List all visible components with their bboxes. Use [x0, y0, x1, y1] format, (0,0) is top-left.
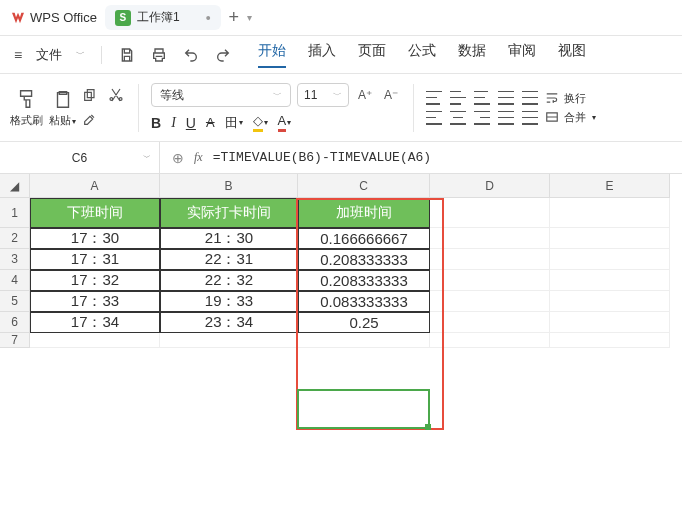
formula-bar: C6 ﹀ ⊕ fx =TIMEVALUE(B6)-TIMEVALUE(A6)	[0, 142, 682, 174]
cell[interactable]	[430, 270, 550, 291]
cell[interactable]: 0.208333333	[298, 270, 430, 291]
print-icon[interactable]	[150, 46, 168, 64]
decrease-font-button[interactable]: A⁻	[381, 85, 401, 105]
col-header-a[interactable]: A	[30, 174, 160, 198]
underline-button[interactable]: U	[186, 115, 196, 131]
cell[interactable]: 17：31	[30, 249, 160, 270]
cut-icon[interactable]	[108, 87, 126, 105]
merge-icon	[544, 110, 560, 124]
redo-icon[interactable]	[214, 46, 232, 64]
paste-button[interactable]: 粘贴▾	[49, 87, 76, 128]
italic-button[interactable]: I	[171, 115, 176, 131]
border-button[interactable]: 田▾	[225, 114, 243, 132]
cell[interactable]	[430, 228, 550, 249]
cell[interactable]	[550, 270, 670, 291]
font-color-button[interactable]: A▾	[278, 113, 292, 132]
hamburger-icon[interactable]: ≡	[14, 47, 22, 63]
col-header-c[interactable]: C	[298, 174, 430, 198]
col-header-e[interactable]: E	[550, 174, 670, 198]
font-size-select[interactable]: 11 ﹀	[297, 83, 349, 107]
row-header[interactable]: 3	[0, 249, 30, 270]
copy-icon[interactable]	[82, 87, 100, 105]
tab-data[interactable]: 数据	[458, 42, 486, 68]
table-header[interactable]: 实际打卡时间	[160, 198, 298, 228]
cell[interactable]: 17：30	[30, 228, 160, 249]
align-top-icon[interactable]	[426, 91, 442, 105]
table-header[interactable]: 下班时间	[30, 198, 160, 228]
align-bottom-icon[interactable]	[474, 91, 490, 105]
tab-view[interactable]: 视图	[558, 42, 586, 68]
cell[interactable]: 17：33	[30, 291, 160, 312]
cell[interactable]	[298, 333, 430, 348]
cell[interactable]	[430, 312, 550, 333]
cell[interactable]: 0.208333333	[298, 249, 430, 270]
fx-icon[interactable]: fx	[194, 150, 203, 165]
cell[interactable]	[550, 291, 670, 312]
align-center-icon[interactable]	[450, 111, 466, 125]
align-right-icon[interactable]	[474, 111, 490, 125]
cell[interactable]: 0.166666667	[298, 228, 430, 249]
cell[interactable]	[430, 198, 550, 228]
wrap-text-button[interactable]: 换行	[544, 91, 596, 106]
cell[interactable]	[550, 333, 670, 348]
align-justify-icon[interactable]	[498, 111, 514, 125]
increase-font-button[interactable]: A⁺	[355, 85, 375, 105]
row-header[interactable]: 2	[0, 228, 30, 249]
cell[interactable]	[160, 333, 298, 348]
document-tab[interactable]: S 工作簿1 •	[105, 5, 221, 30]
file-caret-icon[interactable]: ﹀	[76, 48, 85, 61]
cell[interactable]: 17：34	[30, 312, 160, 333]
row-header[interactable]: 5	[0, 291, 30, 312]
font-name-select[interactable]: 等线 ﹀	[151, 83, 291, 107]
name-box[interactable]: C6 ﹀	[0, 142, 160, 173]
cell[interactable]	[550, 312, 670, 333]
cell[interactable]	[430, 333, 550, 348]
tab-start[interactable]: 开始	[258, 42, 286, 68]
cell[interactable]	[30, 333, 160, 348]
col-header-d[interactable]: D	[430, 174, 550, 198]
cell[interactable]: 17：32	[30, 270, 160, 291]
cell[interactable]	[550, 228, 670, 249]
row-header[interactable]: 4	[0, 270, 30, 291]
menu-tabs: 开始 插入 页面 公式 数据 审阅 视图	[258, 42, 586, 68]
align-left-icon[interactable]	[426, 111, 442, 125]
tab-review[interactable]: 审阅	[508, 42, 536, 68]
cell[interactable]: 23：34	[160, 312, 298, 333]
col-header-b[interactable]: B	[160, 174, 298, 198]
cell[interactable]: 22：32	[160, 270, 298, 291]
tab-menu-caret[interactable]: ▾	[247, 12, 252, 23]
tab-insert[interactable]: 插入	[308, 42, 336, 68]
indent-inc-icon[interactable]	[522, 91, 538, 105]
tab-page[interactable]: 页面	[358, 42, 386, 68]
save-icon[interactable]	[118, 46, 136, 64]
align-middle-icon[interactable]	[450, 91, 466, 105]
indent-dec-icon[interactable]	[498, 91, 514, 105]
cell[interactable]	[550, 198, 670, 228]
new-tab-button[interactable]: +	[229, 7, 240, 28]
cell[interactable]	[430, 291, 550, 312]
undo-icon[interactable]	[182, 46, 200, 64]
row-header[interactable]: 7	[0, 333, 30, 348]
file-menu[interactable]: 文件	[36, 46, 62, 64]
merge-button[interactable]: 合并▾	[544, 110, 596, 125]
cell-selected[interactable]: 0.25	[298, 312, 430, 333]
select-all-corner[interactable]: ◢	[0, 174, 30, 198]
cell[interactable]: 21：30	[160, 228, 298, 249]
brush-icon[interactable]	[82, 111, 100, 129]
formula-input-area[interactable]: ⊕ fx =TIMEVALUE(B6)-TIMEVALUE(A6)	[160, 150, 682, 166]
cell[interactable]: 0.083333333	[298, 291, 430, 312]
cell[interactable]: 19：33	[160, 291, 298, 312]
row-header[interactable]: 6	[0, 312, 30, 333]
orientation-icon[interactable]	[522, 111, 538, 125]
tab-formula[interactable]: 公式	[408, 42, 436, 68]
cell[interactable]	[550, 249, 670, 270]
cell[interactable]: 22：31	[160, 249, 298, 270]
search-icon[interactable]: ⊕	[172, 150, 184, 166]
row-header[interactable]: 1	[0, 198, 30, 228]
fill-color-button[interactable]: ◇▾	[253, 113, 268, 132]
cell[interactable]	[430, 249, 550, 270]
bold-button[interactable]: B	[151, 115, 161, 131]
format-painter-button[interactable]: 格式刷	[10, 87, 43, 128]
table-header[interactable]: 加班时间	[298, 198, 430, 228]
strike-button[interactable]: A	[206, 115, 215, 130]
